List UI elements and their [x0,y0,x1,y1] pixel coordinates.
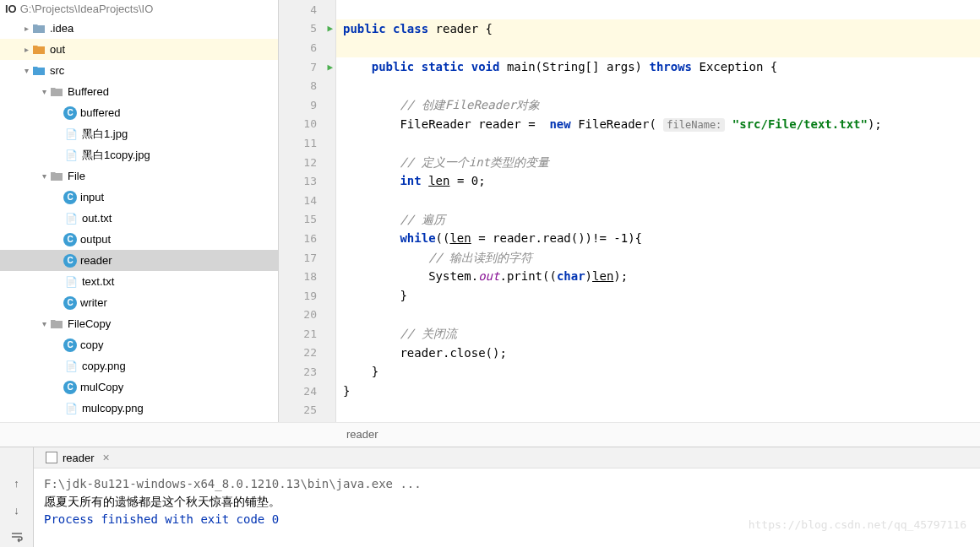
chevron-down-icon[interactable]: ▾ [39,87,49,96]
tree-class-buffered[interactable]: C buffered [0,102,278,123]
line-number: 23 [279,362,335,382]
tree-file-mulcopypng[interactable]: 📄 mulcopy.png [0,398,278,419]
tree-label: output [80,233,111,246]
watermark: https://blog.csdn.net/qq_45797116 [749,516,966,533]
run-marker-icon[interactable]: ▶ [327,23,333,34]
tree-label: mulcopy.png [82,402,144,414]
tree-label: reader [80,254,112,267]
gutter: 4 5▶ 6 7▶ 8 9 10 11 12 13 14 15 16 17 18… [279,0,336,422]
breadcrumb[interactable]: reader [0,422,980,447]
console-tab-label: reader [63,452,95,464]
line-number: 18 [279,267,335,286]
tree-class-output[interactable]: C output [0,229,278,250]
chevron-down-icon[interactable]: ▾ [39,319,49,328]
project-tree[interactable]: IO G:\Projects\IdeaProjects\IO ▸ .idea ▸… [0,0,279,422]
wrap-icon[interactable] [7,527,27,547]
tree-label: copy.png [82,360,126,372]
line-number: 17 [279,248,335,268]
line-number: 21 [279,324,335,344]
line-number: 8 [279,76,335,95]
image-file-icon: 📄 [63,359,79,374]
tree-label: out.txt [82,212,112,225]
breadcrumb-item[interactable]: reader [346,428,378,441]
tree-file-copypng[interactable]: 📄 copy.png [0,355,278,376]
tree-label: out [50,43,65,56]
tree-file-hb1[interactable]: 📄 黑白1.jpg [0,123,278,144]
file-icon: 📄 [63,127,79,142]
line-number: 20 [279,306,335,325]
project-name: IO [5,3,17,15]
line-number: 9 [279,95,335,115]
folder-icon [31,63,46,79]
tree-class-mulcopy[interactable]: C mulCopy [0,376,278,398]
tree-label: buffered [80,106,120,119]
tree-label: mulCopy [80,381,123,393]
text-file-icon: 📄 [63,274,79,290]
tree-class-copy[interactable]: C copy [0,334,278,355]
tree-class-reader[interactable]: C reader [0,250,278,271]
console-text: 愿夏天所有的遗憾都是这个秋天惊喜的铺垫。 [44,493,970,511]
file-icon: 📄 [63,148,79,163]
close-icon[interactable]: × [103,451,110,464]
chevron-right-icon[interactable]: ▸ [21,45,31,54]
tree-label: 黑白1.jpg [82,127,128,142]
tree-class-writer[interactable]: C writer [0,292,278,313]
tree-folder-idea[interactable]: ▸ .idea [0,18,278,39]
line-number: 14 [279,191,335,210]
line-number: 4 [279,0,335,19]
up-arrow-icon[interactable]: ↑ [7,473,27,493]
code-content[interactable]: public class reader { public static void… [336,0,980,422]
app-icon [46,452,57,463]
line-number: 12 [279,153,335,172]
class-icon: C [63,338,77,352]
package-icon [49,169,64,184]
tree-folder-filecopy[interactable]: ▾ FileCopy [0,313,278,334]
run-marker-icon[interactable]: ▶ [327,62,333,73]
tree-label: .idea [50,22,74,35]
class-icon: C [63,106,77,120]
code-editor[interactable]: 4 5▶ 6 7▶ 8 9 10 11 12 13 14 15 16 17 18… [279,0,980,422]
console-command: F:\jdk-8u121-windows-x64_8.0.1210.13\bin… [44,475,970,493]
line-number: 25 [279,400,335,420]
chevron-down-icon[interactable]: ▾ [21,66,31,75]
tree-file-hb1copy[interactable]: 📄 黑白1copy.jpg [0,144,278,165]
console-output[interactable]: F:\jdk-8u121-windows-x64_8.0.1210.13\bin… [34,468,980,547]
class-icon: C [63,381,77,394]
class-icon: C [63,233,77,246]
class-icon: C [63,254,77,268]
package-icon [49,317,64,332]
class-icon: C [63,296,77,310]
tree-folder-buffered[interactable]: ▾ Buffered [0,81,278,102]
tree-file-texttxt[interactable]: 📄 text.txt [0,271,278,292]
console-tab-reader[interactable]: reader × [39,451,117,464]
tree-file-outtxt[interactable]: 📄 out.txt [0,208,278,229]
tree-class-input[interactable]: C input [0,187,278,208]
line-number: 7▶ [279,57,335,77]
run-console: ↑ ↓ reader × F:\jdk-8u121-windows-x64_8.… [0,447,980,547]
down-arrow-icon[interactable]: ↓ [7,500,27,520]
line-number: 15 [279,210,335,230]
tree-label: input [80,191,104,203]
tree-folder-file[interactable]: ▾ File [0,165,278,187]
project-root[interactable]: IO G:\Projects\IdeaProjects\IO [0,0,278,18]
console-tabs: reader × [34,447,980,468]
tree-label: writer [80,296,107,309]
folder-icon [31,21,46,36]
project-path: G:\Projects\IdeaProjects\IO [20,3,154,15]
tree-label: 黑白1copy.jpg [82,148,150,163]
tree-label: text.txt [82,275,114,288]
tree-folder-src[interactable]: ▾ src [0,60,278,81]
console-toolbar: ↑ ↓ [0,447,34,547]
line-number: 6 [279,38,335,57]
tree-folder-out[interactable]: ▸ out [0,39,278,60]
text-file-icon: 📄 [63,211,79,226]
line-number: 22 [279,344,335,363]
line-number: 16 [279,229,335,248]
tree-label: copy [80,338,103,351]
chevron-right-icon[interactable]: ▸ [21,24,31,33]
line-number: 19 [279,286,335,306]
tree-label: FileCopy [68,317,111,330]
line-number: 11 [279,133,335,153]
chevron-down-icon[interactable]: ▾ [39,171,49,181]
folder-icon [31,42,46,57]
